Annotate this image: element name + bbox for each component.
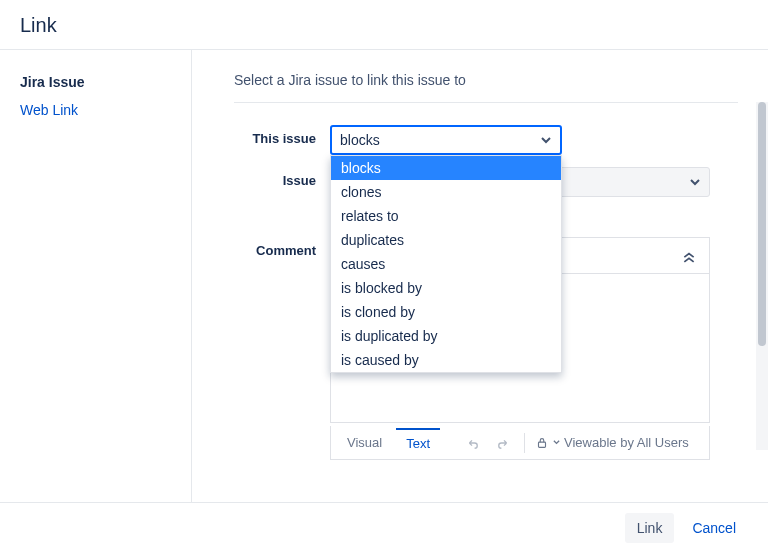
tab-visual[interactable]: Visual (337, 429, 392, 456)
caret-down-icon (553, 439, 560, 446)
dialog-footer: Link Cancel (0, 502, 768, 553)
option-is-duplicated-by[interactable]: is duplicated by (331, 324, 561, 348)
toolbar-collapse-button[interactable] (675, 242, 703, 270)
sidebar: Jira Issue Web Link (0, 50, 192, 502)
link-dialog: Link Jira Issue Web Link Select a Jira i… (0, 0, 768, 553)
dialog-title: Link (20, 14, 748, 37)
option-clones[interactable]: clones (331, 180, 561, 204)
link-type-dropdown: blocks clones relates to duplicates caus… (330, 155, 562, 373)
visibility-label: Viewable by All Users (564, 435, 689, 450)
option-is-blocked-by[interactable]: is blocked by (331, 276, 561, 300)
option-duplicates[interactable]: duplicates (331, 228, 561, 252)
visibility-control[interactable]: Viewable by All Users (535, 435, 689, 450)
instruction-text: Select a Jira issue to link this issue t… (234, 72, 738, 88)
svg-rect-6 (539, 442, 546, 447)
scrollbar[interactable] (756, 102, 768, 450)
undo-button[interactable] (458, 429, 486, 457)
option-is-caused-by[interactable]: is caused by (331, 348, 561, 372)
label-this-issue: This issue (234, 125, 330, 146)
lock-icon (535, 436, 549, 450)
main-panel: Select a Jira issue to link this issue t… (192, 50, 768, 502)
redo-icon (497, 436, 511, 450)
separator (524, 433, 525, 453)
option-relates-to[interactable]: relates to (331, 204, 561, 228)
divider (234, 102, 738, 103)
cancel-button[interactable]: Cancel (680, 513, 748, 543)
editor-footer: Visual Text (330, 426, 710, 460)
undo-icon (465, 436, 479, 450)
link-button[interactable]: Link (625, 513, 675, 543)
chevron-down-icon (689, 176, 701, 188)
sidebar-item-web-link[interactable]: Web Link (0, 96, 191, 124)
chevron-double-up-icon (682, 249, 696, 263)
link-type-select[interactable]: blocks (330, 125, 562, 155)
link-type-selected-value: blocks (340, 132, 380, 148)
sidebar-item-jira-issue[interactable]: Jira Issue (0, 68, 191, 96)
scrollbar-thumb[interactable] (758, 102, 766, 346)
option-blocks[interactable]: blocks (331, 156, 561, 180)
label-comment: Comment (234, 237, 330, 258)
option-is-cloned-by[interactable]: is cloned by (331, 300, 561, 324)
chevron-down-icon (540, 134, 552, 146)
field-this-issue: blocks blocks clones relates to duplicat… (330, 125, 738, 155)
dialog-header: Link (0, 0, 768, 50)
label-issue: Issue (234, 167, 330, 188)
dialog-body: Jira Issue Web Link Select a Jira issue … (0, 50, 768, 502)
row-this-issue: This issue blocks blocks clones relates … (234, 125, 738, 155)
tab-text[interactable]: Text (396, 428, 440, 457)
redo-button[interactable] (490, 429, 518, 457)
option-causes[interactable]: causes (331, 252, 561, 276)
